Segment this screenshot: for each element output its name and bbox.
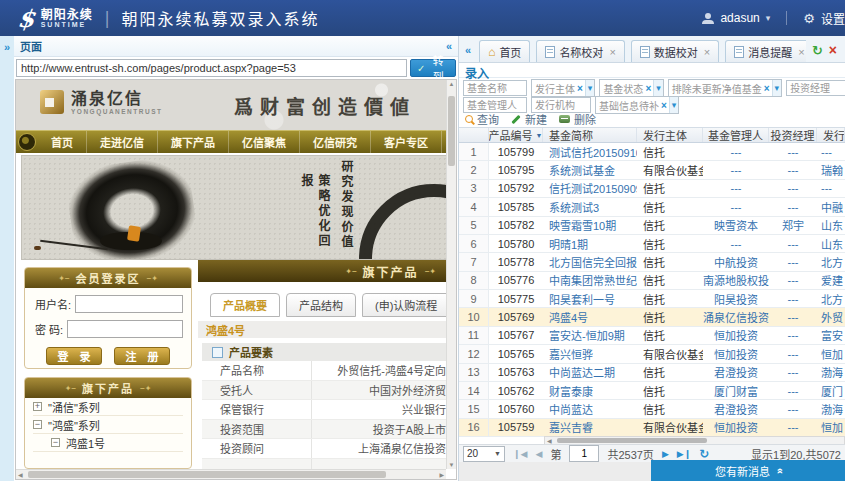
tree-item[interactable]: −"鸿盛"系列: [33, 416, 183, 434]
filter-input[interactable]: [463, 80, 527, 96]
tree-toggle-icon[interactable]: −: [33, 420, 42, 429]
delete-button[interactable]: 删除: [559, 111, 596, 127]
cell-fund-name-link[interactable]: 财富泰康: [543, 382, 637, 399]
expand-panel-icon[interactable]: »: [0, 41, 14, 53]
clear-icon[interactable]: ×: [577, 83, 583, 94]
table-row[interactable]: 9105775阳昊套利一号信托阳昊投资---北方: [459, 290, 845, 308]
site-nav-item[interactable]: 首页: [38, 131, 87, 153]
settings-gear-icon[interactable]: ⚙: [803, 11, 815, 26]
column-header[interactable]: 发行主体: [637, 128, 703, 142]
prev-page-icon[interactable]: ◀: [535, 449, 542, 459]
cell-fund-name-link[interactable]: 中尚蓝达: [543, 400, 637, 417]
chevron-down-icon[interactable]: ▾: [653, 80, 663, 96]
cell-fund-name-link[interactable]: 测试信托20150910: [543, 143, 637, 160]
workspace-tab[interactable]: 名称校对×: [536, 40, 624, 62]
login-button[interactable]: 登 录: [46, 347, 102, 365]
search-button[interactable]: 查询: [465, 111, 499, 127]
reload-grid-icon[interactable]: ↻: [699, 447, 709, 461]
site-nav-item[interactable]: 亿信聚焦: [229, 131, 300, 153]
table-row[interactable]: 13105763中尚蓝达二期信托君澄投资---渤海: [459, 364, 845, 382]
cell-fund-name-link[interactable]: 信托测试20150909: [543, 180, 637, 197]
tree-item[interactable]: −鸿盛1号: [33, 434, 183, 452]
cell-fund-name-link[interactable]: 鸿盛4号: [543, 308, 637, 325]
cell-fund-name-link[interactable]: 中尚蓝达二期: [543, 364, 637, 381]
scrollbar-thumb[interactable]: [557, 438, 707, 443]
site-tab[interactable]: 产品结构: [286, 293, 356, 317]
column-header[interactable]: 基金管理人: [703, 128, 769, 142]
site-tab[interactable]: 产品概要: [210, 293, 280, 317]
table-row[interactable]: 1105799测试信托20150910信托---------: [459, 143, 845, 161]
cell-fund-name-link[interactable]: 中南集团常熟世纪确城: [543, 272, 637, 289]
scroll-left-icon[interactable]: ◀: [18, 471, 23, 478]
scroll-left-icon[interactable]: ◀: [547, 437, 552, 444]
workspace-tab[interactable]: ⌂首页: [479, 40, 530, 62]
cell-fund-name-link[interactable]: 系统测试3: [543, 198, 637, 215]
collapse-panel-icon[interactable]: «: [446, 40, 452, 52]
table-row[interactable]: 14105762财富泰康信托厦门财富---厦门: [459, 382, 845, 400]
refresh-tab-icon[interactable]: ↻: [812, 43, 823, 58]
table-row[interactable]: 8105776中南集团常熟世纪确城信托中南源地股权投资---爱建: [459, 272, 845, 290]
scrollbar-thumb[interactable]: [448, 96, 455, 166]
table-row[interactable]: 12105765嘉兴恒骅有限合伙基金恒加投资---恒加: [459, 345, 845, 363]
tabs-collapse-icon[interactable]: «: [465, 44, 471, 56]
column-header[interactable]: 基金简称: [543, 128, 637, 142]
scrollbar-thumb[interactable]: [28, 471, 386, 478]
page-number-input[interactable]: [569, 445, 599, 462]
filter-combo[interactable]: 排除未更新净值基金×▾: [668, 79, 782, 97]
table-row[interactable]: 16105759嘉兴吉睿有限合伙基金恒加投资---恒加: [459, 419, 845, 437]
column-header[interactable]: 投资经理: [769, 128, 817, 142]
username-menu[interactable]: adasun: [720, 11, 759, 25]
go-button[interactable]: ✓ 转到: [410, 59, 456, 77]
left-collapse-strip[interactable]: »: [0, 36, 14, 481]
clear-icon[interactable]: ×: [764, 83, 770, 94]
cell-fund-name-link[interactable]: 嘉兴吉睿: [543, 419, 637, 436]
cell-fund-name-link[interactable]: 映雪霜雪10期: [543, 217, 637, 234]
section-checkbox[interactable]: [212, 347, 223, 358]
register-button[interactable]: 注 册: [114, 347, 170, 365]
chevron-down-icon[interactable]: ▾: [669, 97, 679, 113]
site-logo[interactable]: 涌泉亿信 YONGQUANENTRUST: [40, 90, 162, 115]
table-row[interactable]: 15105760中尚蓝达信托君澄投资---渤海: [459, 400, 845, 418]
cell-fund-name-link[interactable]: 嘉兴恒骅: [543, 345, 637, 362]
tree-toggle-icon[interactable]: +: [33, 402, 42, 411]
cell-fund-name-link[interactable]: 系统测试基金: [543, 161, 637, 178]
table-row[interactable]: 11105767富安达-恒加9期信托恒加投资---富安: [459, 327, 845, 345]
clear-icon[interactable]: ×: [645, 83, 651, 94]
table-row[interactable]: 5105782映雪霜雪10期信托映雪资本郑宇山东: [459, 217, 845, 235]
table-row[interactable]: 10105769鸿盛4号信托涌泉亿信投资---外贸: [459, 308, 845, 326]
filter-input[interactable]: [786, 80, 845, 96]
chevron-down-icon[interactable]: ▾: [772, 80, 782, 96]
first-page-icon[interactable]: ❙◀: [513, 449, 527, 459]
tree-item[interactable]: +"涌信"系列: [33, 398, 183, 416]
site-nav-item[interactable]: 亿信研究: [300, 131, 371, 153]
tab-close-icon[interactable]: ×: [798, 46, 804, 58]
iframe-vertical-scrollbar[interactable]: ▲ ▼: [446, 80, 456, 469]
url-input[interactable]: [16, 59, 407, 77]
tab-close-icon[interactable]: ×: [704, 46, 710, 58]
new-message-bar[interactable]: 您有新消息 »: [651, 460, 845, 481]
workspace-tab[interactable]: 消息提醒×: [725, 40, 806, 62]
table-row[interactable]: 3105792信托测试20150909信托---------: [459, 180, 845, 198]
tree-toggle-icon[interactable]: −: [51, 438, 60, 447]
scroll-up-icon[interactable]: ▲: [447, 81, 456, 87]
table-row[interactable]: 6105780明晴1期信托------山东: [459, 235, 845, 253]
site-nav-item[interactable]: 旗下产品: [158, 131, 229, 153]
settings-label[interactable]: 设置: [821, 10, 845, 27]
tab-close-icon[interactable]: ×: [609, 46, 615, 58]
filter-combo[interactable]: 发行主体×▾: [531, 79, 595, 97]
close-all-tabs-icon[interactable]: ×: [829, 42, 837, 58]
workspace-tab[interactable]: 数据校对×: [631, 40, 719, 62]
user-caret-icon[interactable]: ▾: [766, 13, 771, 23]
scroll-right-icon[interactable]: ▶: [439, 471, 444, 478]
table-row[interactable]: 4105785系统测试3信托------中融: [459, 198, 845, 216]
last-page-icon[interactable]: ▶❙: [677, 449, 691, 459]
iframe-horizontal-scrollbar[interactable]: ◀ ▶: [16, 469, 446, 479]
site-nav-item[interactable]: 客户专区: [371, 131, 442, 153]
cell-fund-name-link[interactable]: 富安达-恒加9期: [543, 327, 637, 344]
cell-fund-name-link[interactable]: 阳昊套利一号: [543, 290, 637, 307]
site-tab[interactable]: (申)认购流程: [362, 293, 450, 317]
cell-fund-name-link[interactable]: 明晴1期: [543, 235, 637, 252]
filter-combo[interactable]: 基金状态×▾: [599, 79, 663, 97]
clear-icon[interactable]: ×: [661, 100, 667, 111]
scroll-down-icon[interactable]: ▼: [447, 462, 456, 468]
